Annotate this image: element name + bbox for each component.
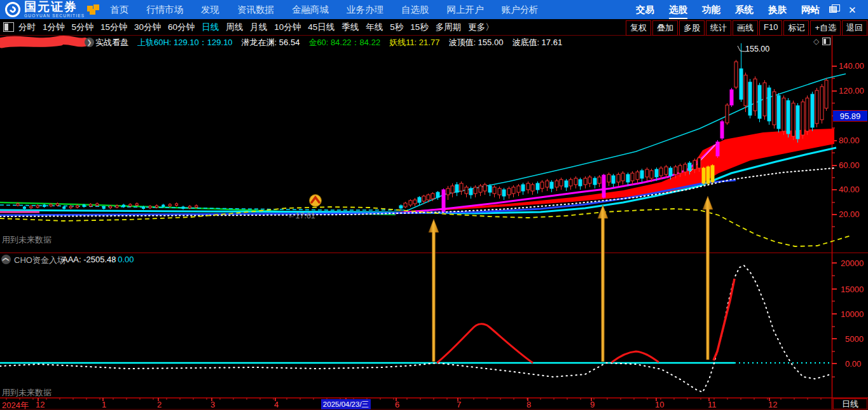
- brand-logo[interactable]: 国元证券 GUOYUAN SECURITIES: [5, 1, 95, 18]
- sub-y-label-5000: 5000: [845, 334, 864, 344]
- indicator-yao11: 妖线11: 21.77: [389, 37, 439, 48]
- buy-signal-arrow: [598, 205, 608, 362]
- period-fenshi[interactable]: 分时: [18, 22, 36, 33]
- x-label-oct: 10: [655, 400, 664, 409]
- period-30min[interactable]: 30分钟: [134, 22, 161, 33]
- period-15min[interactable]: 15分钟: [100, 22, 127, 33]
- crosshair-date-marker: 2025/04/23/三: [321, 399, 371, 409]
- button-back[interactable]: 退回: [842, 20, 867, 36]
- button-f10[interactable]: F10: [759, 20, 782, 36]
- menu-open-account[interactable]: 网上开户: [447, 4, 484, 16]
- bottom-price-label: ←17.61: [287, 211, 315, 220]
- top-navigation-bar: 国元证券 GUOYUAN SECURITIES 首页 行情市场 发现 资讯数据 …: [0, 0, 868, 19]
- x-label-feb: 2: [157, 400, 162, 409]
- x-label-aug: 8: [527, 400, 531, 409]
- window-controls: ✕: [809, 0, 857, 19]
- menu-trade[interactable]: 交易: [636, 4, 654, 16]
- close-button[interactable]: ✕: [848, 5, 857, 15]
- menu-finance-mall[interactable]: 金融商城: [292, 4, 329, 16]
- menu-account-analysis[interactable]: 账户分析: [502, 4, 539, 16]
- main-menu: 首页 行情市场 发现 资讯数据 金融商城 业务办理 自选股 网上开户 账户分析: [110, 0, 539, 19]
- buy-signal-arrow: [703, 196, 713, 360]
- right-menu: 交易 选股 功能 系统 换肤 网站: [636, 0, 820, 19]
- indicator-upper-band: 上轨60H: 129.10：129.10: [137, 37, 233, 48]
- diamond-icon[interactable]: ◇: [813, 37, 819, 46]
- button-multi-stock[interactable]: 多股: [679, 20, 705, 36]
- menu-market[interactable]: 行情市场: [146, 4, 183, 16]
- menu-watchlist[interactable]: 自选股: [401, 4, 429, 16]
- current-period-box[interactable]: 日线: [833, 399, 867, 409]
- button-overlay[interactable]: 叠加: [652, 20, 678, 36]
- indicator-gold60: 金60: 84.22：84.22: [308, 37, 380, 48]
- period-multi[interactable]: 多周期: [436, 22, 462, 33]
- maximize-button[interactable]: [829, 6, 837, 13]
- period-toolbar: 分时 1分钟 5分钟 15分钟 30分钟 60分钟 日线 周线 月线 10分钟 …: [0, 19, 868, 36]
- menu-news-data[interactable]: 资讯数据: [237, 4, 274, 16]
- peak-price-label: 155.00: [745, 45, 769, 53]
- x-label-jul: 7: [457, 400, 461, 409]
- y-axis-label-60: 60.00: [839, 160, 860, 170]
- indicator-wave-top: 波顶值: 155.00: [448, 37, 503, 48]
- brand-pixel-decoration: [90, 9, 95, 15]
- y-axis-label-20: 20.00: [839, 209, 860, 219]
- future-data-note-main: 用到未来数据: [2, 234, 52, 246]
- period-more[interactable]: 更多〉: [468, 22, 494, 33]
- menu-functions[interactable]: 功能: [702, 4, 720, 16]
- sub-indicator-value-a: AAA: -2505.48: [62, 255, 116, 264]
- buy-signal-arrow: [429, 219, 439, 362]
- period-5sec[interactable]: 5秒: [390, 22, 403, 33]
- chevron-right-icon: ❯: [85, 38, 94, 47]
- period-60min[interactable]: 60分钟: [168, 22, 195, 33]
- x-label-2024: 2024年: [2, 400, 29, 410]
- period-yearly[interactable]: 年线: [366, 22, 383, 33]
- button-add-watchlist[interactable]: +自选: [810, 20, 841, 36]
- menu-home[interactable]: 首页: [110, 4, 128, 16]
- indicator-dragon: 潜龙在渊: 56.54: [242, 37, 300, 48]
- sub-pane-collapse-icon[interactable]: ❮: [1, 254, 11, 264]
- period-monthly[interactable]: 月线: [250, 22, 267, 33]
- period-45day[interactable]: 45日线: [308, 22, 334, 33]
- period-list: 分时 1分钟 5分钟 15分钟 30分钟 60分钟 日线 周线 月线 10分钟 …: [18, 22, 494, 33]
- panel-split-icon[interactable]: [822, 38, 830, 45]
- x-label-apr: 4: [274, 400, 279, 409]
- menu-system[interactable]: 系统: [735, 4, 754, 16]
- sub-y-label-10000: 10000: [841, 309, 864, 319]
- main-pane-collapse-icon[interactable]: ❯: [85, 37, 94, 47]
- toolbar-buttons: 复权 叠加 多股 统计 画线 F10 标记 +自选 退回: [626, 20, 867, 36]
- period-weekly[interactable]: 周线: [226, 22, 243, 33]
- button-statistics[interactable]: 统计: [706, 20, 731, 36]
- x-label-dec2: 12: [768, 400, 777, 409]
- layout-split-icon[interactable]: [3, 22, 14, 32]
- sub-y-label-0: 0.00: [845, 359, 861, 369]
- x-label-mar: 3: [210, 400, 215, 409]
- button-draw-line[interactable]: 画线: [733, 20, 758, 36]
- sub-indicator-value-b: : 0.00: [113, 255, 134, 264]
- last-price-marker: 95.89: [833, 110, 867, 122]
- menu-skin[interactable]: 换肤: [768, 4, 787, 16]
- button-mark[interactable]: 标记: [783, 20, 809, 36]
- brand-subtitle: GUOYUAN SECURITIES: [24, 14, 85, 18]
- future-data-note-sub: 用到未来数据: [2, 387, 52, 399]
- indicator-header: 实战看盘 上轨60H: 129.10：129.10 潜龙在渊: 56.54 金6…: [95, 37, 562, 48]
- sub-indicator-title: CHO资金入场: [14, 255, 65, 266]
- period-10min[interactable]: 10分钟: [274, 22, 301, 33]
- menu-discover[interactable]: 发现: [201, 4, 219, 16]
- indicator-wave-bottom: 波底值: 17.61: [512, 37, 562, 48]
- sub-y-label-20000: 20000: [841, 258, 864, 268]
- y-axis-label-120: 120.00: [839, 86, 864, 95]
- menu-business[interactable]: 业务办理: [347, 4, 383, 16]
- menu-stock-pick[interactable]: 选股: [669, 4, 687, 16]
- minimize-button[interactable]: [809, 9, 818, 10]
- chart-canvas: [0, 36, 868, 410]
- sub-y-label-15000: 15000: [841, 285, 864, 294]
- brand-logo-icon: [5, 2, 20, 17]
- indicator-title: 实战看盘: [95, 37, 128, 48]
- period-1min[interactable]: 1分钟: [43, 22, 65, 33]
- brand-name: 国元证券: [24, 1, 85, 13]
- period-5min[interactable]: 5分钟: [72, 22, 94, 33]
- period-daily[interactable]: 日线: [202, 22, 219, 33]
- period-quarterly[interactable]: 季线: [341, 22, 359, 33]
- y-axis-label-140: 140.00: [839, 61, 864, 71]
- period-15sec[interactable]: 15秒: [410, 22, 429, 33]
- button-adjust-rights[interactable]: 复权: [626, 20, 651, 36]
